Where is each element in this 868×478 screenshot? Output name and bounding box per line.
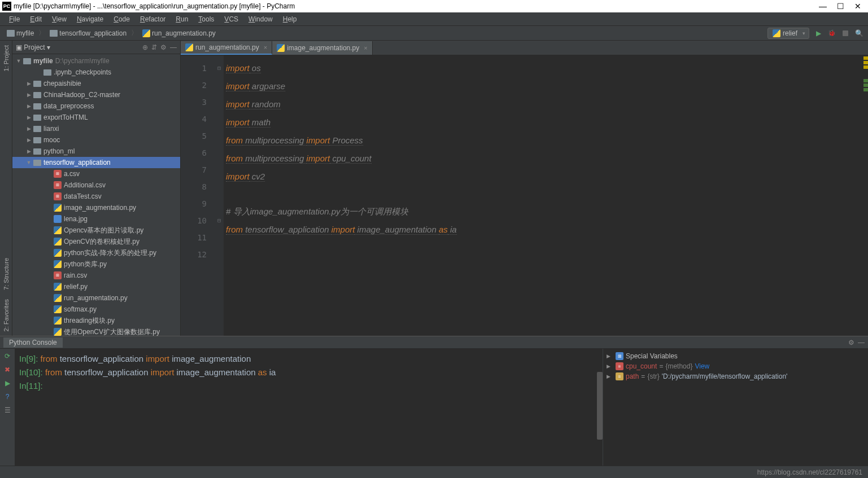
debug-button[interactable]: 🐞 bbox=[827, 29, 836, 38]
help-button[interactable]: ? bbox=[2, 392, 12, 402]
tree-item[interactable]: threading模块.py bbox=[12, 315, 180, 326]
menu-tools[interactable]: Tools bbox=[194, 14, 219, 24]
tree-item[interactable]: image_augmentation.py bbox=[12, 202, 180, 213]
menu-edit[interactable]: Edit bbox=[25, 14, 46, 24]
tree-item[interactable]: ▶mooc bbox=[12, 134, 180, 146]
project-tool-window: ▣ Project ▾ ⊕ ⇵ ⚙ — ▼ myfile D:\pycharm\… bbox=[12, 41, 181, 336]
favorites-tool-tab[interactable]: 2: Favorites bbox=[2, 295, 11, 336]
menu-vcs[interactable]: VCS bbox=[220, 14, 243, 24]
menu-view[interactable]: View bbox=[47, 14, 71, 24]
python-console-tab[interactable]: Python Console bbox=[3, 337, 63, 348]
tree-item[interactable]: ⊞rain.csv bbox=[12, 270, 180, 281]
history-button[interactable]: ☰ bbox=[2, 405, 12, 415]
tree-item[interactable]: OpenCV的卷积核处理.py bbox=[12, 236, 180, 247]
scrollbar[interactable] bbox=[597, 372, 603, 440]
run-configuration-dropdown[interactable]: relief bbox=[767, 28, 809, 39]
editor-tab[interactable]: run_augmentation.py× bbox=[181, 41, 272, 55]
variable-row[interactable]: ▶≡ path = {str} 'D:/pycharm/myfile/tenso… bbox=[607, 371, 865, 381]
settings-icon[interactable]: ⚙ bbox=[160, 43, 167, 51]
console-settings-icon[interactable]: ⚙ bbox=[848, 339, 854, 347]
variable-row[interactable]: ▶≡ cpu_count = {method} View bbox=[607, 361, 865, 371]
editor-tab[interactable]: image_augmentation.py× bbox=[272, 41, 373, 55]
tree-item[interactable]: run_augmentation.py bbox=[12, 292, 180, 304]
tree-item[interactable]: ⊞Additional.csv bbox=[12, 179, 180, 191]
breadcrumb-item[interactable]: myfile bbox=[5, 29, 36, 38]
variable-icon: ≡ bbox=[616, 372, 623, 380]
close-window-button[interactable]: ✕ bbox=[854, 2, 861, 11]
navigation-bar: myfile 〉 tensorflow_application 〉 run_au… bbox=[0, 26, 868, 41]
tree-item[interactable]: ⊞dataTest.csv bbox=[12, 191, 180, 202]
tree-item[interactable]: .ipynb_checkpoints bbox=[12, 67, 180, 78]
menu-help[interactable]: Help bbox=[278, 14, 302, 24]
special-variables-group[interactable]: ▶ ⊞ Special Variables bbox=[607, 351, 865, 361]
tree-item[interactable]: ▶python_ml bbox=[12, 146, 180, 157]
tree-item[interactable]: relief.py bbox=[12, 281, 180, 292]
fold-gutter[interactable]: ⊟⊟ bbox=[215, 55, 224, 336]
locate-icon[interactable]: ⊕ bbox=[142, 43, 148, 51]
search-everywhere-button[interactable]: 🔍 bbox=[854, 29, 863, 38]
tree-item[interactable]: python类库.py bbox=[12, 258, 180, 270]
tree-item[interactable]: 使用OpenCV扩大图像数据库.py bbox=[12, 326, 180, 336]
menu-code[interactable]: Code bbox=[109, 14, 134, 24]
console-hide-icon[interactable]: — bbox=[858, 339, 865, 347]
menu-file[interactable]: File bbox=[5, 14, 24, 24]
variables-panel[interactable]: ▶ ⊞ Special Variables ▶≡ cpu_count = {me… bbox=[603, 349, 868, 466]
tree-item[interactable]: ▶ChinaHadoop_C2-master bbox=[12, 89, 180, 100]
menu-navigate[interactable]: Navigate bbox=[72, 14, 108, 24]
tree-item[interactable]: ▼tensorflow_application bbox=[12, 157, 180, 168]
project-tree[interactable]: ▼ myfile D:\pycharm\myfile .ipynb_checkp… bbox=[12, 54, 180, 336]
python-console-tool-window: Python Console ⚙ — ⟳ ✖ ▶ ? ☰ In[9]: from… bbox=[0, 336, 868, 466]
minimize-button[interactable]: — bbox=[819, 2, 827, 11]
structure-tool-tab[interactable]: 7: Structure bbox=[2, 253, 11, 295]
tree-item[interactable]: ▶lianxi bbox=[12, 123, 180, 134]
tree-item[interactable]: softmax.py bbox=[12, 304, 180, 315]
stop-console-button[interactable]: ✖ bbox=[2, 365, 12, 375]
tree-root[interactable]: ▼ myfile D:\pycharm\myfile bbox=[12, 55, 180, 67]
collapse-all-icon[interactable]: ⇵ bbox=[151, 43, 157, 51]
rerun-button[interactable]: ⟳ bbox=[2, 351, 12, 361]
hide-panel-icon[interactable]: — bbox=[170, 43, 177, 51]
error-stripe[interactable] bbox=[861, 55, 868, 336]
run-button[interactable]: ▶ bbox=[814, 29, 823, 38]
watermark-text: https://blog.csdn.net/cl2227619761 bbox=[757, 468, 862, 476]
menu-window[interactable]: Window bbox=[244, 14, 277, 24]
tree-item[interactable]: ▶chepaishibie bbox=[12, 78, 180, 89]
breadcrumbs: myfile 〉 tensorflow_application 〉 run_au… bbox=[5, 28, 218, 38]
tree-item[interactable]: python实战-降水关系的处理.py bbox=[12, 247, 180, 258]
status-bar: https://blog.csdn.net/cl2227619761 bbox=[0, 466, 868, 478]
window-title: myfile [D:\pycharm\myfile] - ...\tensorf… bbox=[14, 2, 295, 10]
editor: run_augmentation.py×image_augmentation.p… bbox=[181, 41, 868, 336]
variable-icon: ≡ bbox=[616, 362, 623, 370]
maximize-button[interactable]: ☐ bbox=[837, 2, 844, 11]
tree-item[interactable]: lena.jpg bbox=[12, 213, 180, 225]
menu-refactor[interactable]: Refactor bbox=[136, 14, 170, 24]
menu-run[interactable]: Run bbox=[171, 14, 193, 24]
tree-item[interactable]: Opencv基本的图片读取.py bbox=[12, 225, 180, 236]
editor-tabs: run_augmentation.py×image_augmentation.p… bbox=[181, 41, 868, 55]
console-toolbar: ⟳ ✖ ▶ ? ☰ bbox=[0, 349, 15, 466]
project-tool-tab[interactable]: 1: Project bbox=[2, 41, 11, 76]
project-view-dropdown[interactable]: ▣ Project ▾ bbox=[16, 43, 50, 51]
tree-item[interactable]: ⊞a.csv bbox=[12, 168, 180, 179]
window-titlebar: PC myfile [D:\pycharm\myfile] - ...\tens… bbox=[0, 0, 868, 12]
python-icon bbox=[277, 44, 285, 52]
tree-item[interactable]: ▶data_preprocess bbox=[12, 100, 180, 112]
execute-button[interactable]: ▶ bbox=[2, 378, 12, 388]
line-number-gutter[interactable]: 123456789101112 bbox=[181, 55, 215, 336]
python-icon bbox=[185, 43, 193, 51]
breadcrumb-item[interactable]: run_augmentation.py bbox=[140, 29, 218, 38]
code-area[interactable]: import os import argparse import random … bbox=[224, 55, 861, 336]
close-tab-icon[interactable]: × bbox=[364, 45, 367, 51]
left-tool-strip: 1: Project 7: Structure 2: Favorites bbox=[0, 41, 12, 336]
stop-button[interactable] bbox=[841, 29, 850, 38]
tree-item[interactable]: ▶exportToHTML bbox=[12, 112, 180, 123]
main-menu: FileEditViewNavigateCodeRefactorRunTools… bbox=[0, 12, 868, 26]
console-output[interactable]: In[9]: from tensorflow_application impor… bbox=[15, 349, 603, 466]
breadcrumb-item[interactable]: tensorflow_application bbox=[47, 29, 129, 38]
pycharm-icon: PC bbox=[2, 2, 11, 11]
close-tab-icon[interactable]: × bbox=[264, 44, 267, 51]
variable-icon: ⊞ bbox=[616, 352, 623, 360]
python-icon bbox=[773, 29, 780, 37]
